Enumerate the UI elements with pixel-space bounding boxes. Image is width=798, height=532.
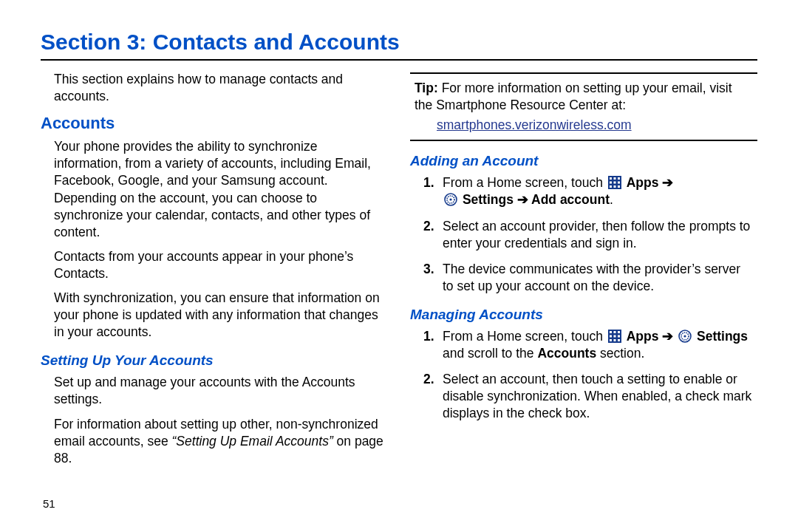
svg-rect-8 — [613, 185, 615, 188]
apps-grid-icon — [608, 176, 621, 189]
manual-page: Section 3: Contacts and Accounts This se… — [0, 0, 798, 532]
svg-rect-16 — [618, 331, 620, 333]
managing-step1-arrow: ➔ — [658, 329, 677, 344]
adding-step1-arrow2: ➔ — [514, 192, 531, 207]
svg-rect-5 — [613, 182, 615, 184]
settings-gear-icon — [678, 330, 692, 343]
tip-label: Tip: — [415, 81, 438, 95]
svg-rect-19 — [618, 335, 620, 338]
setup-p1: Set up and manage your accounts with the… — [41, 374, 388, 408]
tip-link[interactable]: smartphones.verizonwireless.com — [437, 117, 632, 132]
adding-step1-settings: Settings — [463, 192, 514, 207]
title-divider — [41, 59, 757, 61]
apps-grid-icon — [608, 330, 621, 343]
svg-rect-22 — [618, 339, 620, 341]
adding-step1-apps: Apps — [627, 175, 659, 190]
adding-step-2: Select an account provider, then follow … — [410, 218, 757, 252]
right-column: Tip: For more information on setting up … — [410, 71, 757, 474]
svg-rect-15 — [613, 331, 615, 333]
svg-rect-2 — [613, 177, 615, 180]
setup-heading: Setting Up Your Accounts — [41, 351, 388, 369]
svg-rect-4 — [610, 182, 612, 184]
tip-box: Tip: For more information on setting up … — [410, 72, 757, 141]
accounts-p3: With synchronization, you can ensure tha… — [41, 290, 388, 341]
svg-rect-1 — [610, 177, 612, 180]
managing-step1-apps: Apps — [627, 329, 659, 344]
svg-rect-6 — [618, 182, 620, 184]
setup-p2-ref: “Setting Up Email Accounts” — [172, 434, 333, 449]
svg-rect-9 — [618, 185, 620, 188]
managing-steps: From a Home screen, touch Apps ➔ Setting… — [410, 328, 757, 422]
adding-step1-add: Add account — [531, 192, 610, 207]
svg-rect-3 — [618, 177, 620, 180]
managing-step-2: Select an account, then touch a setting … — [410, 371, 757, 422]
svg-rect-14 — [610, 331, 612, 333]
adding-steps: From a Home screen, touch Apps ➔ Setting… — [410, 174, 757, 295]
adding-heading: Adding an Account — [410, 151, 757, 170]
svg-point-12 — [449, 199, 451, 201]
tip-text: For more information on setting up your … — [415, 81, 732, 112]
page-number: 51 — [43, 497, 55, 510]
managing-step1-pre: From a Home screen, touch — [443, 329, 607, 344]
accounts-p2: Contacts from your accounts appear in yo… — [41, 248, 388, 282]
tip-link-line: smartphones.verizonwireless.com — [437, 117, 753, 134]
svg-rect-21 — [613, 339, 615, 341]
managing-heading: Managing Accounts — [410, 305, 757, 324]
managing-step1-accounts: Accounts — [537, 346, 596, 361]
svg-rect-20 — [610, 339, 612, 341]
svg-rect-18 — [613, 335, 615, 338]
accounts-p1: Your phone provides the ability to synch… — [41, 138, 388, 241]
adding-step1-pre: From a Home screen, touch — [443, 175, 607, 190]
svg-rect-7 — [610, 185, 612, 188]
managing-step1-post1: and scroll to the — [443, 346, 537, 361]
section-title: Section 3: Contacts and Accounts — [41, 30, 757, 55]
managing-step1-post2: section. — [596, 346, 644, 361]
adding-step1-period: . — [610, 192, 613, 207]
settings-gear-icon — [444, 193, 457, 206]
managing-step1-settings: Settings — [697, 329, 748, 344]
intro-text: This section explains how to manage cont… — [41, 71, 388, 105]
svg-point-25 — [684, 335, 686, 337]
adding-step1-arrow: ➔ — [658, 175, 673, 190]
managing-step-1: From a Home screen, touch Apps ➔ Setting… — [410, 328, 757, 362]
setup-p2: For information about setting up other, … — [41, 416, 388, 467]
adding-step-3: The device communicates with the provide… — [410, 261, 757, 295]
tip-bottom-rule — [410, 140, 757, 141]
left-column: This section explains how to manage cont… — [41, 71, 388, 474]
svg-rect-17 — [610, 335, 612, 338]
two-column-layout: This section explains how to manage cont… — [41, 71, 757, 474]
tip-text-line: Tip: For more information on setting up … — [415, 80, 753, 114]
accounts-heading: Accounts — [41, 112, 388, 134]
tip-top-rule — [410, 72, 757, 74]
adding-step-1: From a Home screen, touch Apps ➔ Setting… — [410, 174, 757, 208]
